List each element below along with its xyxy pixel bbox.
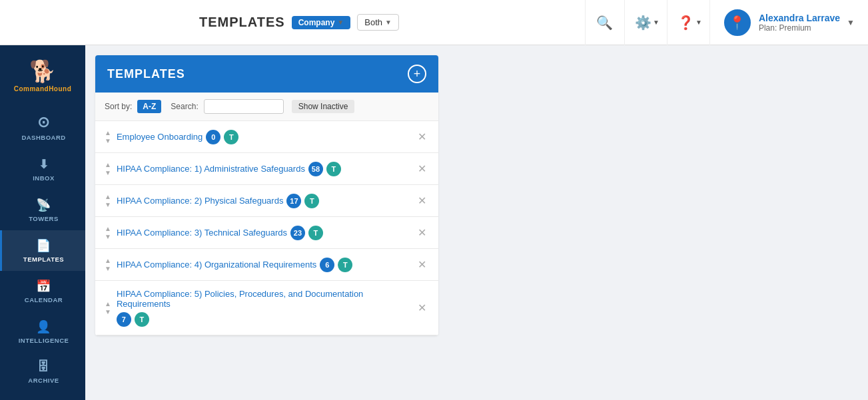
help-icon: ❓ [677,15,694,31]
templates-panel-title: TEMPLATES [107,67,185,81]
template-type-badge: T [304,194,319,208]
both-chevron-icon: ▼ [385,19,392,26]
sidebar-item-intelligence[interactable]: 👤 INTELLIGENCE [0,311,85,352]
sidebar-item-label-calendar: CALENDAR [25,296,63,303]
sidebar-logo: 🐕 CommandHound [14,52,72,106]
settings-button[interactable]: ⚙️ ▼ [628,0,667,45]
avatar-icon: 📍 [729,15,745,31]
sidebar-item-label-dashboard: DASHBOARD [21,134,65,141]
drag-handle[interactable]: ▲ ▼ [105,130,111,144]
archive-icon: 🗄 [37,360,50,374]
header-right-icons: 🔍 ⚙️ ▼ ❓ ▼ 📍 Alexandra Larrave Plan: Pre… [585,0,855,45]
user-name: Alexandra Larrave [759,13,840,23]
header-title-area: TEMPLATES Company ▼ Both ▼ [13,14,585,31]
sidebar-item-label-towers: TOWERS [29,215,59,222]
templates-panel-header: TEMPLATES + [95,55,438,93]
both-filter-badge[interactable]: Both ▼ [357,14,399,31]
drag-handle[interactable]: ▲ ▼ [105,226,111,240]
close-button[interactable]: ✕ [415,193,429,208]
template-name[interactable]: HIPAA Compliance: 4) Organizational Requ… [117,260,316,270]
templates-panel: TEMPLATES + Sort by: A-Z Search: Show In… [95,55,438,335]
sidebar-item-label-inbox: INBOX [33,174,55,182]
sidebar-item-label-templates: TEMPLATES [23,256,64,263]
template-count-badge: 58 [308,162,323,176]
close-button[interactable]: ✕ [415,161,429,176]
close-button[interactable]: ✕ [415,225,429,240]
template-type-badge: T [326,162,341,176]
list-item: ▲ ▼ HIPAA Compliance: 3) Technical Safeg… [95,217,438,249]
intelligence-icon: 👤 [36,319,51,334]
list-item: ▲ ▼ HIPAA Compliance: 4) Organizational … [95,249,438,281]
sidebar-item-towers[interactable]: 📡 TOWERS [0,190,85,230]
template-info: Employee Onboarding 0 T [117,130,410,144]
user-info: Alexandra Larrave Plan: Premium [759,13,840,33]
list-item: ▲ ▼ Employee Onboarding 0 T ✕ [95,121,438,153]
drag-handle[interactable]: ▲ ▼ [105,301,111,315]
list-item: ▲ ▼ HIPAA Compliance: 2) Physical Safegu… [95,185,438,217]
both-badge-label: Both [364,17,382,27]
search-button[interactable]: 🔍 [585,0,625,45]
drag-handle[interactable]: ▲ ▼ [105,258,111,272]
drag-handle[interactable]: ▲ ▼ [105,194,111,208]
sidebar-item-templates[interactable]: 📄 TEMPLATES [0,230,85,271]
template-list: ▲ ▼ Employee Onboarding 0 T ✕ ▲ ▼ [95,121,438,335]
template-count-badge: 7 [117,312,131,327]
template-type-badge: T [338,258,352,272]
sidebar-item-dashboard[interactable]: ⊙ DASHBOARD [0,106,85,149]
page-title: TEMPLATES [199,15,285,30]
search-input[interactable] [204,99,284,114]
user-chevron-icon: ▼ [847,18,855,27]
calendar-icon: 📅 [36,279,51,294]
list-item: ▲ ▼ HIPAA Compliance: 1) Administrative … [95,153,438,185]
avatar: 📍 [723,8,752,37]
template-count-badge: 23 [290,226,305,240]
content-area: TEMPLATES + Sort by: A-Z Search: Show In… [85,45,868,400]
search-label: Search: [171,102,198,111]
sidebar-item-archive[interactable]: 🗄 ARCHIVE [0,352,85,392]
sidebar-item-calendar[interactable]: 📅 CALENDAR [0,271,85,311]
template-info: HIPAA Compliance: 5) Policies, Procedure… [117,289,410,327]
company-filter-badge[interactable]: Company ▼ [292,16,351,29]
help-chevron-icon: ▼ [695,19,702,26]
gear-icon: ⚙️ [635,15,651,31]
template-count-badge: 6 [320,258,334,272]
search-icon: 🔍 [596,15,613,31]
company-chevron-icon: ▼ [337,19,344,26]
sidebar: 🐕 CommandHound ⊙ DASHBOARD ⬇ INBOX 📡 TOW… [0,45,85,400]
templates-icon: 📄 [36,238,51,253]
add-template-button[interactable]: + [408,65,426,83]
template-type-badge: T [135,312,149,327]
list-item: ▲ ▼ HIPAA Compliance: 5) Policies, Proce… [95,281,438,335]
logo-text: CommandHound [14,85,72,93]
template-info: HIPAA Compliance: 3) Technical Safeguard… [117,226,410,240]
close-button[interactable]: ✕ [415,257,429,272]
template-info: HIPAA Compliance: 1) Administrative Safe… [117,162,410,176]
close-button[interactable]: ✕ [415,300,429,315]
top-header: TEMPLATES Company ▼ Both ▼ 🔍 ⚙️ ▼ ❓ ▼ 📍 … [0,0,868,45]
sidebar-item-inbox[interactable]: ⬇ INBOX [0,149,85,190]
settings-chevron-icon: ▼ [653,19,659,26]
template-name[interactable]: HIPAA Compliance: 5) Policies, Procedure… [117,289,410,309]
dashboard-icon: ⊙ [37,114,50,131]
close-button[interactable]: ✕ [415,129,429,144]
sort-az-button[interactable]: A-Z [137,100,161,113]
user-profile-button[interactable]: 📍 Alexandra Larrave Plan: Premium ▼ [713,8,855,37]
towers-icon: 📡 [36,198,51,212]
show-inactive-button[interactable]: Show Inactive [292,100,355,113]
template-info: HIPAA Compliance: 2) Physical Safeguards… [117,194,410,208]
sidebar-item-label-intelligence: INTELLIGENCE [19,337,69,344]
template-count-badge: 0 [206,130,220,144]
drag-handle[interactable]: ▲ ▼ [105,162,111,176]
template-name[interactable]: Employee Onboarding [117,132,203,142]
company-badge-label: Company [298,18,335,27]
user-plan: Plan: Premium [759,23,840,33]
main-layout: 🐕 CommandHound ⊙ DASHBOARD ⬇ INBOX 📡 TOW… [0,45,868,400]
template-name[interactable]: HIPAA Compliance: 2) Physical Safeguards [117,196,284,206]
inbox-icon: ⬇ [39,157,49,172]
template-type-badge: T [308,226,323,240]
template-count-badge: 17 [286,194,301,208]
template-name[interactable]: HIPAA Compliance: 1) Administrative Safe… [117,164,305,174]
templates-toolbar: Sort by: A-Z Search: Show Inactive [95,93,438,121]
help-button[interactable]: ❓ ▼ [670,0,710,45]
template-name[interactable]: HIPAA Compliance: 3) Technical Safeguard… [117,228,287,238]
